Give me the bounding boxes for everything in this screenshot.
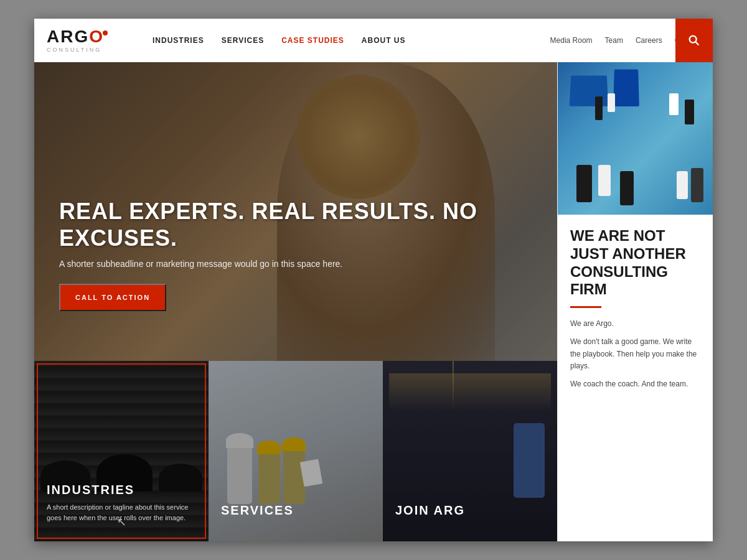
hero-content: REAL EXPERTS. REAL RESULTS. NO EXCUSES. … (59, 198, 532, 311)
logo[interactable]: ARGO CONSULTING (47, 28, 128, 53)
sidebar-text-area: WE ARE NOT JUST ANOTHER CONSULTING FIRM … (558, 215, 713, 409)
card-industries[interactable]: INDUSTRIES A short description or taglin… (34, 361, 209, 541)
sidebar-heading: WE ARE NOT JUST ANOTHER CONSULTING FIRM (570, 227, 700, 299)
nav-item-services[interactable]: SERVICES (222, 36, 264, 45)
content-area: REAL EXPERTS. REAL RESULTS. NO EXCUSES. … (34, 62, 713, 541)
sidebar-block2 (613, 69, 639, 106)
logo-o: O (89, 28, 104, 45)
nav-item-case-studies[interactable]: CASE STUDIES (281, 36, 344, 45)
card-content-services: SERVICES (221, 503, 370, 523)
cards-row: INDUSTRIES A short description or taglin… (34, 361, 557, 541)
sidebar-figure1 (576, 165, 592, 202)
sidebar-body: We are Argo. We don't talk a good game. … (570, 318, 700, 390)
right-sidebar: WE ARE NOT JUST ANOTHER CONSULTING FIRM … (557, 62, 713, 541)
sidebar-figure3 (620, 171, 634, 205)
sidebar-figure4 (677, 171, 688, 199)
search-button[interactable] (675, 19, 713, 62)
svg-line-1 (695, 42, 698, 45)
card-join[interactable]: JOIN ARG (383, 361, 557, 541)
browser-window: ARGO CONSULTING INDUSTRIES SERVICES CASE… (34, 19, 713, 541)
svg-point-0 (690, 36, 697, 43)
card-title-join: JOIN ARG (395, 503, 545, 518)
main-left: REAL EXPERTS. REAL RESULTS. NO EXCUSES. … (34, 62, 557, 541)
sidebar-figure7 (669, 93, 679, 115)
sidebar-divider (570, 306, 601, 308)
sec-nav-careers[interactable]: Careers (636, 36, 662, 45)
cursor-indicator: ↖ (117, 515, 126, 529)
sidebar-figure9 (608, 93, 615, 112)
hero-subheadline: A shorter subheadline or marketing messa… (59, 259, 532, 269)
card-services[interactable]: SERVICES (209, 361, 383, 541)
sec-nav-team[interactable]: Team (605, 36, 623, 45)
nav-item-about-us[interactable]: ABOUT US (362, 36, 406, 45)
logo-text: ARGO (47, 28, 128, 45)
card-title-industries: INDUSTRIES (47, 483, 196, 497)
main-nav: INDUSTRIES SERVICES CASE STUDIES ABOUT U… (153, 36, 550, 45)
card-title-services: SERVICES (221, 503, 370, 518)
hero-headline: REAL EXPERTS. REAL RESULTS. NO EXCUSES. (59, 198, 532, 251)
sidebar-para-2: We don't talk a good game. We write the … (570, 336, 700, 372)
sidebar-image (558, 62, 713, 215)
logo-subtitle: CONSULTING (47, 47, 128, 53)
nav-item-industries[interactable]: INDUSTRIES (153, 36, 204, 45)
search-icon (687, 34, 701, 47)
hero-section: REAL EXPERTS. REAL RESULTS. NO EXCUSES. … (34, 62, 557, 361)
sidebar-para-1: We are Argo. (570, 318, 700, 330)
cta-button[interactable]: CALL TO ACTION (59, 284, 166, 311)
sec-nav-media-room[interactable]: Media Room (550, 36, 593, 45)
sidebar-figure5 (691, 168, 703, 202)
sidebar-figure2 (598, 165, 611, 196)
card-content-join: JOIN ARG (395, 503, 545, 523)
sidebar-figure6 (685, 100, 694, 124)
sidebar-para-3: We coach the coach. And the team. (570, 378, 700, 390)
site-header: ARGO CONSULTING INDUSTRIES SERVICES CASE… (34, 19, 713, 62)
sidebar-figure8 (595, 96, 603, 120)
